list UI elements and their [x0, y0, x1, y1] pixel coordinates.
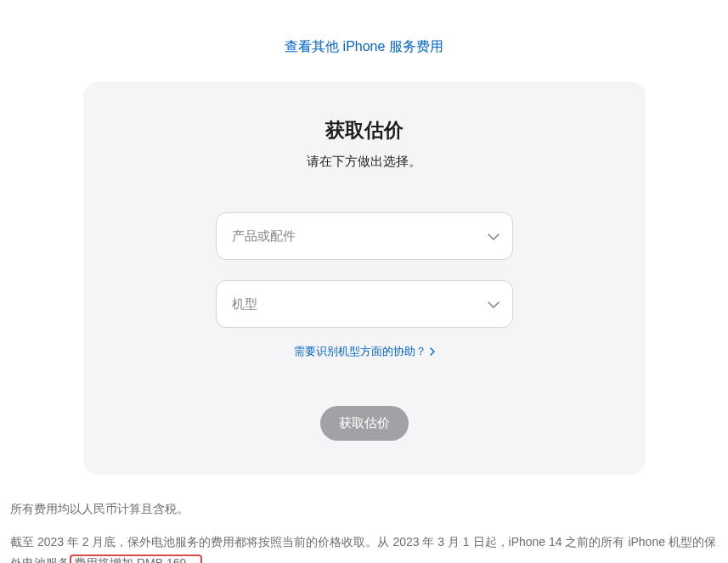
help-link-label: 需要识别机型方面的协助？ — [294, 344, 426, 359]
model-select-placeholder: 机型 — [232, 296, 257, 312]
top-link-container: 查看其他 iPhone 服务费用 — [10, 0, 718, 82]
footer-line-1: 所有费用均以人民币计算且含税。 — [10, 498, 718, 520]
product-select[interactable]: 产品或配件 — [216, 212, 513, 260]
identify-model-help-link[interactable]: 需要识别机型方面的协助？ — [294, 344, 435, 359]
estimate-card: 获取估价 请在下方做出选择。 产品或配件 机型 — [83, 82, 646, 475]
model-select-wrapper: 机型 — [216, 280, 513, 328]
footer-text: 所有费用均以人民币计算且含税。 截至 2023 年 2 月底，保外电池服务的费用… — [10, 498, 718, 563]
price-increase-highlight: 费用将增加 RMB 169。 — [70, 555, 202, 563]
chevron-right-icon — [430, 346, 435, 358]
footer-line-2: 截至 2023 年 2 月底，保外电池服务的费用都将按照当前的价格收取。从 20… — [10, 532, 718, 563]
model-select[interactable]: 机型 — [216, 280, 513, 328]
other-services-link[interactable]: 查看其他 iPhone 服务费用 — [285, 39, 443, 53]
product-select-wrapper: 产品或配件 — [216, 212, 513, 260]
get-estimate-button[interactable]: 获取估价 — [320, 406, 409, 441]
card-subtitle: 请在下方做出选择。 — [109, 154, 620, 170]
product-select-placeholder: 产品或配件 — [232, 228, 296, 245]
help-link-container: 需要识别机型方面的协助？ — [109, 343, 620, 359]
card-title: 获取估价 — [109, 117, 620, 144]
